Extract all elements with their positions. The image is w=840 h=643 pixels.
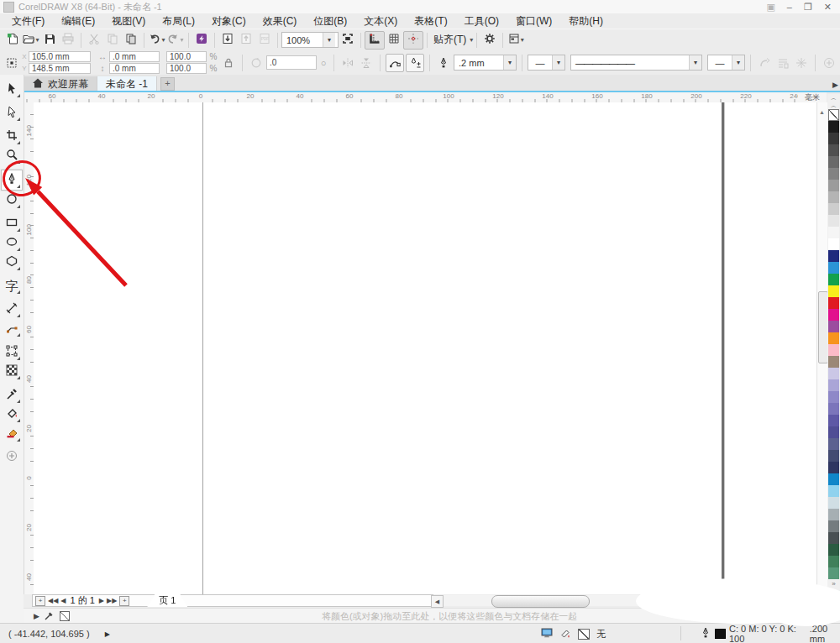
palette-flyout-icon[interactable]: ▶ bbox=[34, 612, 39, 620]
palette-color-swatch[interactable] bbox=[828, 262, 839, 274]
no-color-well[interactable] bbox=[60, 611, 70, 621]
display-settings-icon[interactable] bbox=[541, 627, 553, 640]
palette-color-swatch[interactable] bbox=[828, 191, 839, 203]
palette-color-swatch[interactable] bbox=[828, 567, 839, 579]
palette-color-swatch[interactable] bbox=[828, 274, 839, 285]
menu-item-9[interactable]: 工具(O) bbox=[456, 13, 507, 29]
scale-x-field[interactable]: 100.0 bbox=[166, 51, 207, 62]
palette-color-swatch[interactable] bbox=[828, 532, 839, 544]
rotation-angle-field[interactable]: .0 bbox=[266, 55, 317, 70]
palette-color-swatch[interactable] bbox=[828, 321, 839, 332]
menu-item-11[interactable]: 帮助(H) bbox=[560, 13, 612, 29]
page-tab[interactable]: 页 1 bbox=[147, 594, 187, 607]
first-page-button[interactable]: ◀◀ bbox=[48, 597, 58, 604]
object-height-field[interactable]: .0 mm bbox=[109, 63, 160, 74]
chevron-down-icon[interactable]: ▾ bbox=[503, 55, 516, 70]
horizontal-scroll-thumb[interactable] bbox=[491, 595, 590, 608]
pick-tool[interactable] bbox=[2, 80, 22, 99]
palette-color-swatch[interactable] bbox=[828, 356, 839, 368]
palette-color-swatch[interactable] bbox=[828, 180, 839, 191]
object-x-field[interactable]: 105.0 mm bbox=[29, 51, 91, 62]
parallel-dimension-tool[interactable] bbox=[2, 300, 22, 319]
snap-to-dropdown[interactable]: 贴齐(T)▾ bbox=[431, 33, 473, 47]
fullscreen-preview-button[interactable] bbox=[339, 32, 357, 49]
palette-scroll-up-icon[interactable]: ︿ bbox=[831, 94, 837, 102]
mirror-horizontal-button[interactable] bbox=[339, 55, 356, 71]
polygon-tool[interactable] bbox=[2, 253, 22, 272]
save-button[interactable] bbox=[40, 32, 59, 49]
shape-tool[interactable] bbox=[2, 103, 22, 123]
artistic-media-tool[interactable] bbox=[2, 191, 22, 210]
interactive-fill-tool[interactable] bbox=[2, 405, 22, 424]
smart-fill-tool[interactable] bbox=[2, 424, 22, 443]
palette-color-swatch[interactable] bbox=[828, 144, 839, 156]
show-guidelines-toggle[interactable] bbox=[403, 31, 423, 50]
palette-color-swatch[interactable] bbox=[828, 462, 839, 473]
start-arrowhead-combo[interactable]: — ▾ bbox=[528, 55, 565, 71]
drawing-canvas[interactable] bbox=[34, 102, 816, 594]
search-content-button[interactable] bbox=[192, 32, 211, 49]
palette-color-swatch[interactable] bbox=[828, 415, 839, 426]
import-button[interactable] bbox=[218, 32, 237, 49]
menu-item-3[interactable]: 布局(L) bbox=[154, 13, 203, 29]
tab-untitled-document[interactable]: 未命名 -1 bbox=[97, 76, 157, 92]
chevron-down-icon[interactable]: ▾ bbox=[323, 33, 335, 47]
scroll-left-button[interactable]: ◀ bbox=[431, 595, 444, 608]
scale-y-field[interactable]: 100.0 bbox=[166, 63, 207, 74]
palette-color-swatch[interactable] bbox=[828, 309, 839, 321]
palette-color-swatch[interactable] bbox=[828, 297, 839, 309]
palette-color-swatch[interactable] bbox=[828, 285, 839, 297]
chevron-down-icon[interactable]: ▾ bbox=[552, 55, 564, 70]
envelope-tool[interactable] bbox=[2, 342, 22, 362]
freehand-pen-tool[interactable] bbox=[1, 170, 23, 191]
new-document-button[interactable] bbox=[3, 32, 22, 49]
show-rulers-toggle[interactable] bbox=[365, 31, 385, 50]
palette-color-swatch[interactable] bbox=[828, 133, 839, 144]
palette-color-swatch[interactable] bbox=[828, 121, 839, 133]
palette-color-swatch[interactable] bbox=[828, 426, 839, 438]
application-launcher-dropdown[interactable]: ▾ bbox=[507, 32, 525, 49]
add-page-end-button[interactable]: + bbox=[119, 596, 129, 606]
ellipse-tool[interactable] bbox=[2, 233, 22, 253]
palette-color-swatch[interactable] bbox=[828, 203, 839, 215]
account-icon[interactable]: ▣ bbox=[766, 2, 774, 13]
menu-item-4[interactable]: 对象(C) bbox=[203, 13, 255, 29]
show-grid-toggle[interactable] bbox=[385, 32, 403, 49]
wrap-text-button[interactable] bbox=[774, 55, 791, 71]
tab-scroll-right-button[interactable]: ▶ bbox=[832, 81, 838, 89]
object-width-field[interactable]: .0 mm bbox=[109, 51, 160, 62]
palette-eyedropper-icon[interactable] bbox=[44, 609, 55, 623]
close-curve-button[interactable] bbox=[756, 55, 773, 71]
customize-toolbox-button[interactable] bbox=[2, 447, 22, 467]
node-tolerance-button[interactable] bbox=[406, 54, 424, 72]
menu-item-1[interactable]: 编辑(E) bbox=[53, 13, 103, 29]
menu-item-10[interactable]: 窗口(W) bbox=[507, 13, 560, 29]
palette-expand-icon[interactable]: » bbox=[832, 579, 835, 588]
reduce-nodes-button[interactable] bbox=[386, 54, 404, 72]
restore-button[interactable]: ❐ bbox=[804, 2, 812, 13]
last-page-button[interactable]: ▶▶ bbox=[107, 597, 117, 604]
connector-tool[interactable] bbox=[2, 319, 22, 338]
palette-color-swatch[interactable] bbox=[828, 509, 839, 520]
paste-button[interactable] bbox=[122, 32, 140, 49]
menu-item-2[interactable]: 视图(V) bbox=[103, 13, 154, 29]
options-button[interactable] bbox=[480, 32, 499, 49]
palette-scroll-up-icon[interactable]: ︿ bbox=[831, 102, 837, 109]
palette-color-swatch[interactable] bbox=[828, 438, 839, 450]
undo-button[interactable]: ▾ bbox=[148, 32, 166, 49]
menu-item-0[interactable]: 文件(F) bbox=[3, 13, 53, 29]
outline-width-combo[interactable]: .2 mm ▾ bbox=[454, 55, 517, 71]
palette-color-swatch[interactable] bbox=[828, 368, 839, 379]
zoom-level-combo[interactable]: 100%▾ bbox=[281, 32, 339, 48]
tab-welcome-screen[interactable]: 欢迎屏幕 bbox=[24, 76, 97, 92]
minimize-button[interactable]: – bbox=[787, 2, 792, 12]
open-button[interactable]: ▾ bbox=[22, 32, 40, 49]
lock-ratio-toggle[interactable] bbox=[220, 55, 237, 71]
color-eyedropper-tool[interactable] bbox=[2, 385, 22, 405]
end-arrowhead-combo[interactable]: — ▾ bbox=[707, 55, 745, 71]
vertical-scrollbar[interactable]: ▲ bbox=[816, 102, 828, 594]
scroll-up-icon[interactable]: ▲ bbox=[819, 109, 825, 115]
palette-color-swatch[interactable] bbox=[828, 250, 839, 262]
palette-color-swatch[interactable] bbox=[828, 520, 839, 532]
palette-color-swatch[interactable] bbox=[828, 379, 839, 391]
